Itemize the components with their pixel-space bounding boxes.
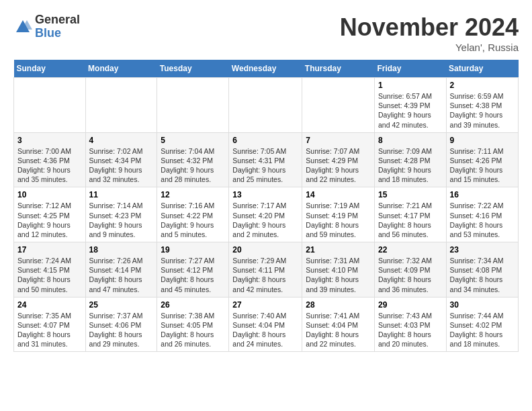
- cell-content: Sunrise: 7:17 AM Sunset: 4:20 PM Dayligh…: [232, 201, 298, 239]
- calendar-cell: [85, 78, 157, 133]
- cell-content: Sunrise: 7:31 AM Sunset: 4:10 PM Dayligh…: [306, 256, 371, 294]
- day-number: 7: [306, 136, 371, 145]
- logo: General Blue: [13, 13, 80, 40]
- calendar-cell: 30Sunrise: 7:44 AM Sunset: 4:02 PM Dayli…: [446, 297, 518, 352]
- calendar-week-row: 1Sunrise: 6:57 AM Sunset: 4:39 PM Daylig…: [14, 78, 519, 133]
- calendar-cell: 7Sunrise: 7:07 AM Sunset: 4:29 PM Daylig…: [302, 132, 375, 187]
- day-number: 14: [306, 190, 371, 199]
- day-number: 24: [17, 300, 82, 310]
- calendar-cell: [229, 78, 302, 133]
- cell-content: Sunrise: 7:41 AM Sunset: 4:04 PM Dayligh…: [306, 311, 371, 349]
- calendar-cell: 6Sunrise: 7:05 AM Sunset: 4:31 PM Daylig…: [229, 132, 302, 187]
- calendar-cell: 15Sunrise: 7:21 AM Sunset: 4:17 PM Dayli…: [374, 187, 446, 242]
- calendar-cell: 28Sunrise: 7:41 AM Sunset: 4:04 PM Dayli…: [302, 297, 375, 352]
- calendar-header-row: SundayMondayTuesdayWednesdayThursdayFrid…: [14, 60, 519, 78]
- day-of-week-header: Sunday: [14, 60, 86, 78]
- cell-content: Sunrise: 7:26 AM Sunset: 4:14 PM Dayligh…: [89, 256, 154, 294]
- calendar-cell: 18Sunrise: 7:26 AM Sunset: 4:14 PM Dayli…: [85, 242, 157, 298]
- cell-content: Sunrise: 6:57 AM Sunset: 4:39 PM Dayligh…: [378, 91, 443, 130]
- calendar-week-row: 24Sunrise: 7:35 AM Sunset: 4:07 PM Dayli…: [14, 297, 519, 352]
- calendar-cell: 4Sunrise: 7:02 AM Sunset: 4:34 PM Daylig…: [85, 132, 157, 187]
- day-number: 23: [450, 245, 515, 255]
- day-number: 10: [17, 190, 82, 199]
- day-number: 1: [378, 81, 443, 90]
- calendar-cell: [14, 78, 86, 133]
- day-number: 17: [17, 245, 82, 255]
- logo-text: General Blue: [35, 13, 80, 40]
- cell-content: Sunrise: 7:43 AM Sunset: 4:03 PM Dayligh…: [378, 311, 443, 349]
- cell-content: Sunrise: 7:21 AM Sunset: 4:17 PM Dayligh…: [378, 201, 443, 239]
- cell-content: Sunrise: 7:24 AM Sunset: 4:15 PM Dayligh…: [17, 256, 82, 294]
- day-of-week-header: Friday: [374, 60, 446, 78]
- cell-content: Sunrise: 7:16 AM Sunset: 4:22 PM Dayligh…: [161, 201, 225, 239]
- cell-content: Sunrise: 7:04 AM Sunset: 4:32 PM Dayligh…: [161, 146, 225, 185]
- day-number: 16: [450, 190, 515, 199]
- day-number: 8: [378, 136, 443, 145]
- title-block: November 2024 Yelan', Russia: [340, 13, 519, 53]
- calendar-cell: 16Sunrise: 7:22 AM Sunset: 4:16 PM Dayli…: [446, 187, 518, 242]
- day-number: 18: [89, 245, 154, 255]
- calendar-cell: 1Sunrise: 6:57 AM Sunset: 4:39 PM Daylig…: [374, 78, 446, 133]
- day-number: 25: [89, 300, 154, 310]
- month-title: November 2024: [340, 13, 519, 42]
- cell-content: Sunrise: 7:14 AM Sunset: 4:23 PM Dayligh…: [89, 201, 154, 239]
- calendar-cell: 20Sunrise: 7:29 AM Sunset: 4:11 PM Dayli…: [229, 242, 302, 298]
- logo-general: General: [35, 13, 80, 27]
- day-of-week-header: Monday: [85, 60, 157, 78]
- location: Yelan', Russia: [340, 42, 519, 53]
- logo-icon: [13, 17, 32, 36]
- day-number: 29: [378, 300, 443, 310]
- cell-content: Sunrise: 7:11 AM Sunset: 4:26 PM Dayligh…: [450, 146, 515, 185]
- cell-content: Sunrise: 7:27 AM Sunset: 4:12 PM Dayligh…: [161, 256, 225, 294]
- day-number: 4: [89, 136, 154, 145]
- cell-content: Sunrise: 7:09 AM Sunset: 4:28 PM Dayligh…: [378, 146, 443, 185]
- day-of-week-header: Saturday: [446, 60, 518, 78]
- calendar-cell: 14Sunrise: 7:19 AM Sunset: 4:19 PM Dayli…: [302, 187, 375, 242]
- cell-content: Sunrise: 7:02 AM Sunset: 4:34 PM Dayligh…: [89, 146, 154, 185]
- day-number: 26: [161, 300, 225, 310]
- calendar-cell: 8Sunrise: 7:09 AM Sunset: 4:28 PM Daylig…: [374, 132, 446, 187]
- cell-content: Sunrise: 7:19 AM Sunset: 4:19 PM Dayligh…: [306, 201, 371, 239]
- calendar-cell: 21Sunrise: 7:31 AM Sunset: 4:10 PM Dayli…: [302, 242, 375, 298]
- calendar-cell: [302, 78, 375, 133]
- calendar-cell: 2Sunrise: 6:59 AM Sunset: 4:38 PM Daylig…: [446, 78, 518, 133]
- cell-content: Sunrise: 7:34 AM Sunset: 4:08 PM Dayligh…: [450, 256, 515, 294]
- cell-content: Sunrise: 7:44 AM Sunset: 4:02 PM Dayligh…: [450, 311, 515, 349]
- calendar-cell: 24Sunrise: 7:35 AM Sunset: 4:07 PM Dayli…: [14, 297, 86, 352]
- day-number: 15: [378, 190, 443, 199]
- cell-content: Sunrise: 7:38 AM Sunset: 4:05 PM Dayligh…: [161, 311, 225, 349]
- day-number: 27: [232, 300, 298, 310]
- day-number: 3: [17, 136, 82, 145]
- cell-content: Sunrise: 7:07 AM Sunset: 4:29 PM Dayligh…: [306, 146, 371, 185]
- day-number: 13: [232, 190, 298, 199]
- cell-content: Sunrise: 6:59 AM Sunset: 4:38 PM Dayligh…: [450, 91, 515, 130]
- cell-content: Sunrise: 7:29 AM Sunset: 4:11 PM Dayligh…: [232, 256, 298, 294]
- calendar-cell: 22Sunrise: 7:32 AM Sunset: 4:09 PM Dayli…: [374, 242, 446, 298]
- calendar-cell: 26Sunrise: 7:38 AM Sunset: 4:05 PM Dayli…: [157, 297, 229, 352]
- calendar-week-row: 10Sunrise: 7:12 AM Sunset: 4:25 PM Dayli…: [14, 187, 519, 242]
- calendar-week-row: 17Sunrise: 7:24 AM Sunset: 4:15 PM Dayli…: [14, 242, 519, 298]
- day-number: 30: [450, 300, 515, 310]
- calendar-cell: 10Sunrise: 7:12 AM Sunset: 4:25 PM Dayli…: [14, 187, 86, 242]
- day-number: 2: [450, 81, 515, 90]
- calendar-cell: 3Sunrise: 7:00 AM Sunset: 4:36 PM Daylig…: [14, 132, 86, 187]
- calendar-cell: [157, 78, 229, 133]
- cell-content: Sunrise: 7:22 AM Sunset: 4:16 PM Dayligh…: [450, 201, 515, 239]
- day-number: 11: [89, 190, 154, 199]
- calendar-cell: 13Sunrise: 7:17 AM Sunset: 4:20 PM Dayli…: [229, 187, 302, 242]
- cell-content: Sunrise: 7:40 AM Sunset: 4:04 PM Dayligh…: [232, 311, 298, 349]
- day-number: 22: [378, 245, 443, 255]
- calendar-cell: 11Sunrise: 7:14 AM Sunset: 4:23 PM Dayli…: [85, 187, 157, 242]
- calendar-cell: 17Sunrise: 7:24 AM Sunset: 4:15 PM Dayli…: [14, 242, 86, 298]
- day-number: 5: [161, 136, 225, 145]
- calendar-cell: 9Sunrise: 7:11 AM Sunset: 4:26 PM Daylig…: [446, 132, 518, 187]
- day-of-week-header: Wednesday: [229, 60, 302, 78]
- page-header: General Blue November 2024 Yelan', Russi…: [13, 13, 519, 53]
- cell-content: Sunrise: 7:32 AM Sunset: 4:09 PM Dayligh…: [378, 256, 443, 294]
- day-of-week-header: Tuesday: [157, 60, 229, 78]
- calendar-cell: 5Sunrise: 7:04 AM Sunset: 4:32 PM Daylig…: [157, 132, 229, 187]
- calendar-week-row: 3Sunrise: 7:00 AM Sunset: 4:36 PM Daylig…: [14, 132, 519, 187]
- day-number: 19: [161, 245, 225, 255]
- day-number: 20: [232, 245, 298, 255]
- day-number: 6: [232, 136, 298, 145]
